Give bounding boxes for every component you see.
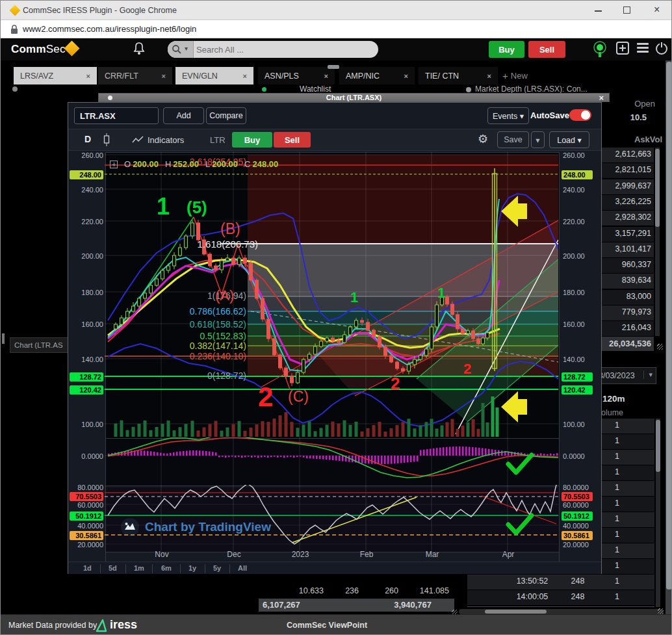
chart-plot-area[interactable] [105,152,559,438]
search-scope-button[interactable]: ▾ [168,41,194,58]
symbol-input[interactable] [74,107,159,124]
watchlist-window-title[interactable]: Watchlist [300,84,331,94]
tab-close-icon[interactable]: × [404,72,408,80]
events-dropdown[interactable]: Events ▾ [487,107,529,124]
price-tick: 200.00 [563,252,597,261]
price-tick: 100.00 [563,420,597,429]
url-bar[interactable]: www2.commsec.com.au/iressplugin-net6/log… [1,20,672,38]
close-button[interactable]: × [647,1,669,20]
splitter-grip[interactable] [328,65,339,69]
add-widget-icon[interactable] [616,42,629,55]
minimize-button[interactable] [588,1,610,20]
save-caret-button[interactable]: ▾ [531,131,545,148]
chart-close-icon[interactable]: × [599,93,604,103]
trades-scrollbar[interactable] [656,419,660,607]
viewpoint-text: CommSec ViewPoint [287,621,367,630]
price-tick: 0.0000 [563,452,597,461]
save-button[interactable]: Save [497,131,529,148]
iress-logo-icon [96,619,109,633]
price-tick: 128.72 [562,372,593,382]
gear-icon[interactable]: ⚙ [478,132,488,146]
price-tick: 180.00 [563,288,597,297]
price-tick: 120.42 [70,385,103,395]
browser-titlebar: CommSec IRESS Plugin - Google Chrome × [1,1,672,20]
resize-grip-icon[interactable] [657,344,663,350]
range-1m[interactable]: 1m [134,564,144,572]
commsec-logo: CommSec [11,43,66,56]
price-tick: 30.5861 [70,531,103,540]
resize-grip-icon[interactable] [658,608,664,614]
price-tick: 100.00 [70,420,103,429]
time-tick: Dec [217,550,251,559]
tab-close-icon[interactable]: × [243,72,247,80]
sell-button[interactable]: Sell [528,41,565,58]
range-1y[interactable]: 1y [188,564,196,572]
page-scrollbar[interactable] [666,60,672,614]
tab-close-icon[interactable]: × [324,72,328,80]
maximize-button[interactable] [616,1,638,20]
indicators-button[interactable]: Indicators [148,135,184,145]
price-tick: 70.5503 [70,492,103,501]
price-tick: 200.00 [70,252,103,261]
price-tick: 248.00 [70,170,103,179]
power-icon[interactable] [654,41,669,55]
favicon-diamond-icon [10,5,21,16]
range-1d[interactable]: 1d [83,564,92,572]
tradingview-logo-icon [120,517,140,537]
interval-button[interactable]: D [84,134,91,144]
load-dropdown[interactable]: Load ▾ [549,131,589,148]
tab-asn-pls[interactable]: ASN/PLS× [258,67,335,84]
chart-window-title: Chart (LTR.ASX) [99,94,609,101]
open-column-header: Open [621,99,655,109]
time-tick: Feb [350,550,383,559]
workspace-tabbar: LRS/AVZ× CRR/FLT× EVN/GLN× ASN/PLS× AMP/… [1,60,672,85]
chart-sell-button[interactable]: Sell [274,132,311,148]
bell-icon[interactable] [133,42,146,56]
buy-button[interactable]: Buy [489,41,524,58]
askvol-header: AskVol [612,135,662,144]
price-tick: 40.0000 [563,521,597,530]
tab-evn-gln[interactable]: EVN/GLN× [175,67,253,84]
add-button[interactable]: Add [163,107,204,124]
range-5y[interactable]: 5y [213,564,221,572]
date-dropdown[interactable]: 3/03/2023 ▾ [593,367,656,384]
compare-button[interactable]: Compare [206,107,246,124]
tab-close-icon[interactable]: × [86,72,90,80]
market-depth-dot-icon [466,87,471,92]
docked-chart-item[interactable]: Chart (LTR.AS [10,337,71,353]
indicators-icon[interactable] [132,136,144,144]
alert-beacon-icon[interactable] [592,41,608,58]
candle-style-icon[interactable] [102,133,111,146]
macd-pane[interactable] [105,438,559,486]
totals-row: 6,107,267 3,940,767 [259,599,454,612]
tab-tie-ctn[interactable]: TIE/ CTN× [419,67,498,84]
search-icon [172,44,182,55]
tradingview-watermark[interactable]: Chart by TradingView [120,517,271,537]
tab-lrs-avz[interactable]: LRS/AVZ× [14,67,97,84]
watchlist-dot-icon [262,87,266,92]
chart-buy-button[interactable]: Buy [232,132,272,148]
tab-close-icon[interactable]: × [162,72,166,80]
askvol-scrollbar[interactable] [655,148,660,336]
trades-hscrollbar[interactable] [459,609,664,614]
status-footer: Market Data provided by iress CommSec Vi… [1,614,672,635]
menu-hamburger-icon[interactable] [637,43,649,53]
range-5d[interactable]: 5d [109,564,117,572]
market-depth-window-title[interactable]: Market Depth (LRS.ASX): Con... [475,84,588,94]
trade-row[interactable]: 13:50:522481 [467,575,654,590]
chart-window-titlebar[interactable]: Chart (LTR.ASX) × [98,93,610,102]
autosave-toggle[interactable] [569,109,591,121]
symbol-short-label: LTR [210,135,226,145]
tab-crr-flt[interactable]: CRR/FLT× [98,67,172,84]
price-tick: 60.0000 [563,500,597,510]
tab-close-icon[interactable]: × [487,72,491,80]
tab-amp-nic[interactable]: AMP/NIC× [339,67,415,84]
trade-row[interactable]: 14:00:052481 [467,590,654,605]
new-tab-button[interactable]: +New [502,67,528,84]
price-tick: 30.5861 [562,531,593,540]
range-all[interactable]: All [238,564,247,572]
dock-grip-icon[interactable] [2,333,5,344]
search-input[interactable] [196,41,376,58]
range-6m[interactable]: 6m [161,564,172,572]
price-tick: 60.0000 [70,500,103,510]
